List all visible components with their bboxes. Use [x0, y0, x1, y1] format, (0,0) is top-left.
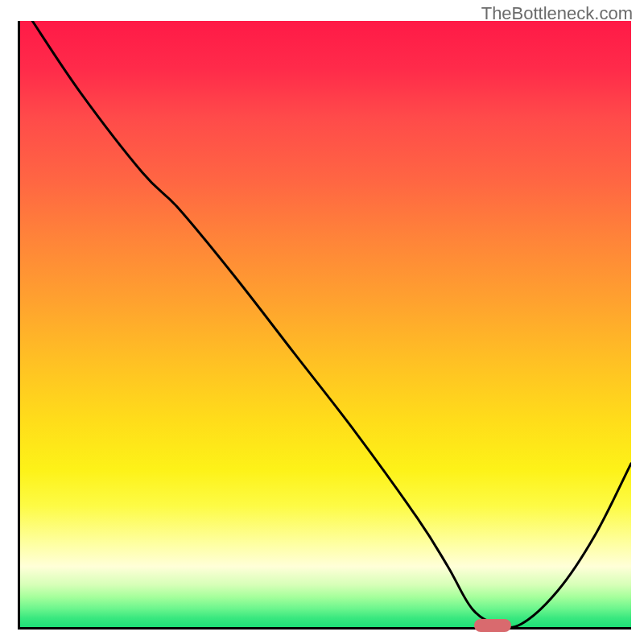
plot-area	[18, 21, 631, 630]
curve-layer	[20, 21, 631, 627]
optimal-marker	[474, 619, 511, 632]
watermark-text: TheBottleneck.com	[481, 3, 633, 24]
bottleneck-curve	[32, 21, 631, 627]
